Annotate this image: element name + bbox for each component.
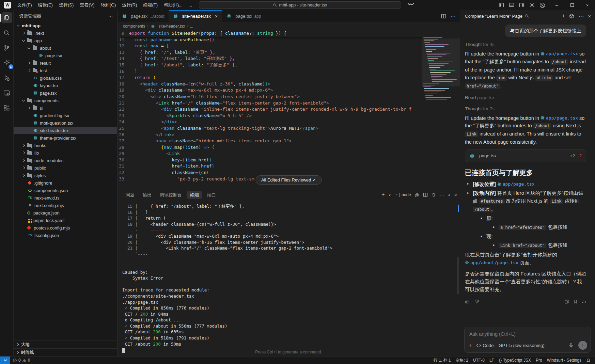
mode-selector[interactable]: Code: [476, 343, 494, 348]
edited-file-card[interactable]: page.tsx+2-2: [465, 149, 586, 162]
new-terminal-icon[interactable]: +: [381, 192, 385, 198]
menu-item[interactable]: 编辑(E): [35, 1, 56, 10]
split-editor-icon[interactable]: [441, 14, 446, 19]
activity-remote-explorer[interactable]: [1, 87, 12, 98]
package-icon[interactable]: [569, 14, 574, 19]
activity-run-debug[interactable]: [1, 72, 12, 83]
sidebar-section-大纲[interactable]: 大纲: [14, 341, 117, 348]
file-tree-item[interactable]: public: [14, 164, 117, 172]
activity-cascade[interactable]: 1: [1, 57, 12, 68]
status-item[interactable]: UTF-8: [471, 358, 487, 363]
terminal-profile[interactable]: >_ node: [395, 192, 411, 197]
minimap[interactable]: [422, 30, 460, 177]
status-item[interactable]: 行 1, 列 1: [431, 358, 453, 363]
file-link[interactable]: app/page.tsx: [497, 180, 535, 188]
bookmark-icon[interactable]: [573, 299, 578, 304]
command-center-search[interactable]: mbti-app - site-header.tsx: [199, 1, 401, 9]
file-tree-item[interactable]: mbti-app: [14, 22, 117, 29]
menu-item[interactable]: 运行(R): [119, 1, 140, 10]
code-editor[interactable]: 9export function SiteHeader(props: { cla…: [118, 30, 460, 189]
file-tree-item[interactable]: package.json: [14, 209, 117, 217]
file-tree-item[interactable]: .gitignore: [14, 179, 117, 187]
forward-icon[interactable]: →: [188, 0, 193, 10]
close-panel-icon[interactable]: ×: [454, 192, 457, 198]
file-link[interactable]: app/about/page.tsx: [465, 259, 518, 267]
panel-tab-终端[interactable]: 终端: [187, 191, 202, 199]
file-tree-item[interactable]: styles: [14, 172, 117, 179]
panel-tab-端口[interactable]: 端口: [204, 191, 219, 199]
remote-indicator[interactable]: ><: [0, 357, 10, 364]
file-tree-item[interactable]: components: [14, 97, 117, 104]
file-tree-item[interactable]: app: [14, 37, 117, 44]
status-item[interactable]: 空格: 2: [453, 358, 471, 363]
file-tree-item[interactable]: ui: [14, 104, 117, 112]
editor-tab[interactable]: page.tsx...\about: [118, 10, 169, 22]
editor-tab[interactable]: site-header.tsx×: [169, 10, 222, 22]
file-tree-item[interactable]: theme-provider.tsx: [14, 134, 117, 142]
file-tree-item[interactable]: .next: [14, 29, 117, 37]
thought-label[interactable]: Thought for 7s: [465, 105, 586, 113]
menu-item[interactable]: 转到(G): [98, 1, 119, 10]
new-chat-icon[interactable]: +: [562, 13, 565, 19]
maximize-panel-icon[interactable]: ∧: [448, 193, 450, 197]
attach-icon[interactable]: +: [469, 342, 472, 348]
search-icon[interactable]: [525, 14, 529, 18]
close-icon[interactable]: ×: [215, 14, 218, 19]
breadcrumb-item[interactable]: components: [123, 24, 145, 29]
menu-item[interactable]: 终端(T): [140, 1, 161, 10]
file-tree-item[interactable]: TStsconfig.json: [14, 232, 117, 239]
file-tree-item[interactable]: TSnext-env.d.ts: [14, 194, 117, 202]
chat-input-box[interactable]: Ask anything (Ctrl+L) + Code GPT-5 (low …: [464, 327, 591, 353]
file-tree-item[interactable]: layout.tsx: [14, 82, 117, 89]
maximize-button[interactable]: [564, 0, 580, 10]
file-tree-item[interactable]: test: [14, 67, 117, 74]
file-tree-item[interactable]: mbti-question.tsx: [14, 119, 117, 127]
account-icon[interactable]: [539, 2, 545, 8]
file-tree-item[interactable]: node_modules: [14, 157, 117, 164]
file-link[interactable]: app/page.tsx: [541, 114, 578, 122]
thought-label[interactable]: Thought for 4s: [465, 41, 586, 48]
file-tree-item[interactable]: pnpm-lock.yaml: [14, 217, 117, 224]
toggle-secondary-sidebar-icon[interactable]: [519, 2, 524, 8]
cascade-more-icon[interactable]: ⋯: [578, 13, 584, 19]
menu-item[interactable]: 文件(F): [14, 1, 35, 10]
file-tree-item[interactable]: page.tsx: [14, 52, 117, 59]
editor-tab[interactable]: page.tsxapp: [222, 10, 265, 22]
file-tree-item[interactable]: about: [14, 44, 117, 52]
toggle-sidebar-icon[interactable]: [499, 2, 504, 8]
activity-explorer[interactable]: [1, 12, 12, 23]
file-link[interactable]: app/page.tsx: [541, 50, 578, 58]
file-tree-item[interactable]: gradient-bg.tsx: [14, 112, 117, 119]
file-tree-item[interactable]: hooks: [14, 142, 117, 149]
read-file-step[interactable]: Read page.tsx: [465, 94, 586, 101]
panel-tab-调试控制台[interactable]: 调试控制台: [156, 191, 185, 199]
terminal-mention-icon[interactable]: @: [415, 192, 419, 197]
mic-icon[interactable]: [569, 343, 574, 348]
file-tree-item[interactable]: result: [14, 59, 117, 67]
activity-source-control[interactable]: [1, 42, 12, 53]
file-tree-item[interactable]: page.tsx: [14, 89, 117, 97]
thumbs-up-icon[interactable]: [465, 299, 470, 304]
file-tree-item[interactable]: {}globals.css: [14, 74, 117, 82]
menu-item[interactable]: 选择(S): [56, 1, 77, 10]
thumbs-down-icon[interactable]: [474, 299, 479, 304]
file-tree-item[interactable]: postcss.config.mjs: [14, 224, 117, 232]
file-tree-item[interactable]: lib: [14, 149, 117, 157]
file-tree-item[interactable]: site-header.tsx: [14, 127, 117, 134]
status-item[interactable]: LF: [487, 358, 497, 363]
sidebar-section-时间线[interactable]: 时间线: [14, 348, 117, 356]
activity-search[interactable]: [1, 27, 12, 38]
breadcrumb-item[interactable]: site-header.tsx: [150, 24, 185, 29]
editor-more-icon[interactable]: ⋯: [450, 13, 456, 19]
close-button[interactable]: ×: [580, 0, 595, 10]
terminal-dropdown-icon[interactable]: ∨: [389, 193, 391, 197]
status-item[interactable]: Windsurf - Settings: [545, 358, 584, 363]
status-item[interactable]: Pro: [533, 358, 545, 363]
file-tree-item[interactable]: Nnext.config.mjs: [14, 202, 117, 209]
send-button[interactable]: ↑: [578, 341, 587, 350]
panel-tab-问题[interactable]: 问题: [122, 191, 138, 199]
status-item[interactable]: {}TypeScript JSX: [497, 358, 533, 363]
notifications-bell-icon[interactable]: [584, 358, 593, 363]
back-icon[interactable]: ←: [177, 0, 183, 10]
panel-more-icon[interactable]: ⋯: [440, 192, 444, 197]
